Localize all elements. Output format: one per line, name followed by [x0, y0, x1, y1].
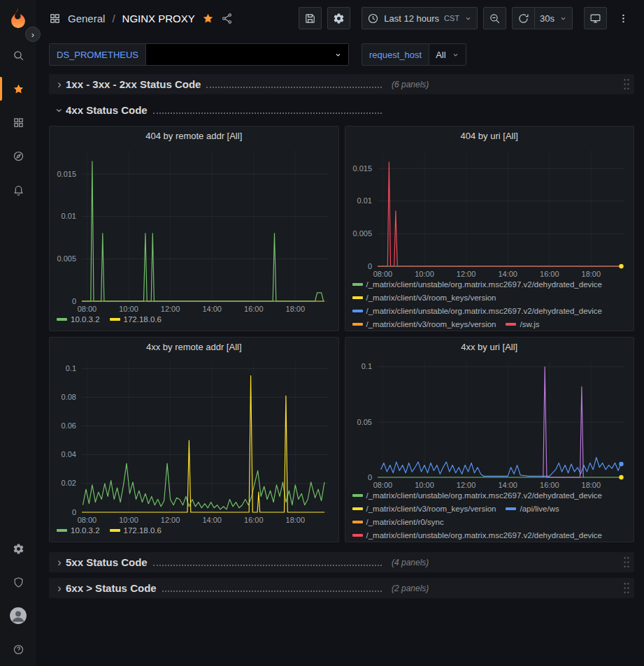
- dashboard-row-1xx-3xx-2xx[interactable]: › 1xx - 3xx - 2xx Status Code (6 panels): [49, 74, 634, 94]
- breadcrumb-dashboard-title[interactable]: NGINX PROXY: [122, 13, 195, 24]
- series-color-swatch: [352, 521, 363, 523]
- monitor-icon: [589, 13, 601, 24]
- variable-value-request-host[interactable]: All: [429, 43, 466, 66]
- legend-item[interactable]: /_matrix/client/v3/room_keys/version: [352, 320, 496, 328]
- panel-title[interactable]: 404 by remote addr [All]: [50, 126, 338, 145]
- legend-item[interactable]: 172.18.0.6: [110, 526, 162, 535]
- series-label: /_matrix/client/unstable/org.matrix.msc2…: [366, 491, 603, 500]
- dotted-leader: [153, 106, 382, 114]
- dotted-leader: [153, 558, 382, 566]
- svg-text:16:00: 16:00: [540, 270, 559, 278]
- svg-text:0.01: 0.01: [62, 212, 76, 220]
- panel-4xx-by-remote-addr[interactable]: 4xx by remote addr [All] 00.020.040.060.…: [49, 337, 339, 542]
- clock-icon: [367, 13, 379, 24]
- row-collapsed-chevron-icon: ›: [53, 79, 66, 90]
- svg-text:10:00: 10:00: [119, 305, 138, 313]
- chevron-down-icon: [334, 51, 342, 59]
- legend-item[interactable]: /api/live/ws: [506, 505, 559, 513]
- cycle-view-button[interactable]: [584, 7, 607, 29]
- sidebar-item-starred[interactable]: [0, 72, 36, 106]
- time-range-picker[interactable]: Last 12 hours CST: [362, 7, 478, 29]
- legend-item[interactable]: /_matrix/client/v3/room_keys/version: [352, 294, 496, 302]
- row-drag-handle[interactable]: [622, 581, 631, 595]
- panel-title[interactable]: 404 by uri [All]: [345, 126, 634, 145]
- dotted-leader: [206, 80, 382, 88]
- row-drag-handle[interactable]: [622, 78, 631, 91]
- refresh-interval-label: 30s: [540, 13, 554, 24]
- star-icon: [13, 83, 24, 95]
- series-color-swatch: [57, 318, 67, 321]
- svg-text:18:00: 18:00: [286, 305, 306, 313]
- dashboards-grid-icon: [13, 117, 24, 129]
- timezone-label: CST: [444, 14, 459, 22]
- favorite-star-icon[interactable]: [202, 13, 214, 24]
- sidebar-item-server-admin[interactable]: [0, 565, 36, 599]
- svg-text:0.015: 0.015: [352, 164, 372, 173]
- avatar: [9, 607, 27, 625]
- dotted-leader: [162, 584, 382, 592]
- legend-item[interactable]: /_matrix/client/unstable/org.matrix.msc2…: [352, 307, 603, 315]
- svg-text:10:00: 10:00: [119, 516, 138, 524]
- row-drag-handle[interactable]: [622, 556, 631, 569]
- dashboard-row-4xx[interactable]: › 4xx Status Code: [49, 100, 634, 120]
- time-series-chart[interactable]: 00.0050.010.01508:0010:0012:0014:0016:00…: [345, 145, 634, 280]
- more-options-button[interactable]: [613, 7, 634, 29]
- grafana-logo[interactable]: [6, 6, 30, 30]
- svg-text:08:00: 08:00: [78, 305, 97, 313]
- legend-item[interactable]: /sw.js: [506, 320, 539, 328]
- svg-text:18:00: 18:00: [286, 516, 306, 524]
- share-icon[interactable]: [221, 13, 233, 24]
- variable-value-datasource[interactable]: [146, 43, 349, 66]
- variable-datasource: DS_PROMETHEUS: [49, 43, 349, 66]
- variable-label-request-host[interactable]: request_host: [362, 43, 429, 66]
- zoom-out-button[interactable]: [483, 7, 506, 29]
- legend-item[interactable]: /_matrix/client/unstable/org.matrix.msc2…: [352, 280, 603, 289]
- svg-text:12:00: 12:00: [161, 516, 180, 524]
- panel-404-by-uri[interactable]: 404 by uri [All] 00.0050.010.01508:0010:…: [345, 126, 635, 331]
- legend-item[interactable]: /_matrix/client/v3/room_keys/version: [352, 505, 496, 513]
- sidebar-item-configuration[interactable]: [0, 532, 36, 565]
- sidebar-item-alerting[interactable]: [0, 173, 36, 206]
- row-title-wrap: 4xx Status Code: [66, 104, 382, 116]
- svg-text:16:00: 16:00: [244, 305, 264, 313]
- time-series-chart[interactable]: 00.020.040.060.080.108:0010:0012:0014:00…: [50, 356, 338, 526]
- legend-item[interactable]: 10.0.3.2: [57, 315, 100, 324]
- panel-legend: /_matrix/client/unstable/org.matrix.msc2…: [345, 491, 634, 542]
- sidebar-item-dashboards[interactable]: [0, 106, 36, 139]
- sidebar-item-profile[interactable]: [0, 599, 36, 632]
- svg-text:0.1: 0.1: [361, 362, 371, 370]
- sidebar-item-search[interactable]: [0, 38, 36, 72]
- save-dashboard-button[interactable]: [299, 7, 322, 29]
- row-panel-count: (4 panels): [392, 558, 429, 567]
- sidebar-item-help[interactable]: [0, 632, 36, 666]
- legend-item[interactable]: /_matrix/client/r0/sync: [352, 518, 444, 526]
- refresh-icon: [517, 13, 529, 24]
- legend-item[interactable]: 10.0.3.2: [57, 526, 100, 535]
- sidebar-item-explore[interactable]: [0, 139, 36, 173]
- apps-grid-icon: [49, 13, 61, 24]
- breadcrumb-folder[interactable]: General: [68, 13, 105, 24]
- svg-text:08:00: 08:00: [373, 270, 392, 278]
- dashboard-row-6xx[interactable]: › 6xx > Status Code (2 panels): [49, 578, 634, 598]
- time-series-chart[interactable]: 00.050.108:0010:0012:0014:0016:0018:00: [345, 356, 634, 491]
- panel-title[interactable]: 4xx by remote addr [All]: [50, 338, 338, 356]
- panel-4xx-by-uri[interactable]: 4xx by uri [All] 00.050.108:0010:0012:00…: [345, 337, 635, 542]
- dashboard-settings-button[interactable]: [327, 7, 350, 29]
- row-title: 1xx - 3xx - 2xx Status Code: [66, 78, 201, 90]
- refresh-interval-picker[interactable]: 30s: [535, 7, 573, 29]
- panel-404-by-remote-addr[interactable]: 404 by remote addr [All] 00.0050.010.015…: [49, 126, 339, 331]
- svg-text:12:00: 12:00: [456, 270, 475, 278]
- panel-title[interactable]: 4xx by uri [All]: [345, 338, 634, 356]
- refresh-button[interactable]: [512, 7, 535, 29]
- legend-item[interactable]: 172.18.0.6: [110, 315, 162, 324]
- legend-item[interactable]: /_matrix/client/unstable/org.matrix.msc2…: [352, 491, 603, 500]
- sidebar-expand-button[interactable]: ›: [25, 27, 41, 42]
- series-label: /_matrix/client/unstable/org.matrix.msc2…: [366, 531, 603, 540]
- time-series-chart[interactable]: 00.0050.010.01508:0010:0012:0014:0016:00…: [50, 145, 338, 315]
- series-color-swatch: [352, 323, 363, 326]
- legend-item[interactable]: /_matrix/client/unstable/org.matrix.msc2…: [352, 531, 603, 540]
- gear-icon: [333, 13, 345, 24]
- panel-grid: 404 by remote addr [All] 00.0050.010.015…: [49, 126, 634, 542]
- svg-text:14:00: 14:00: [498, 270, 517, 278]
- dashboard-row-5xx[interactable]: › 5xx Status Code (4 panels): [49, 552, 634, 572]
